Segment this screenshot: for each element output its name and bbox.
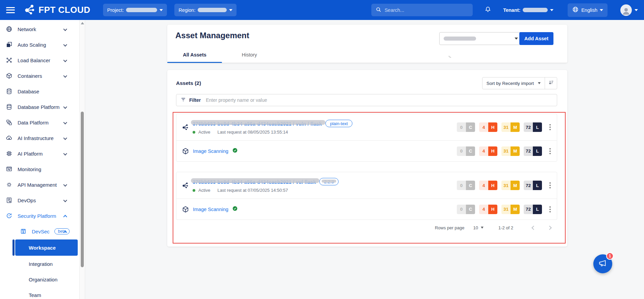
severity-badge-high: 4H	[479, 205, 497, 214]
filter-bar: Filter	[176, 94, 557, 106]
tab-all-assets[interactable]: All Assets	[167, 47, 222, 63]
project-selector[interactable]: Project:	[103, 4, 167, 16]
assets-heading: Assets (2)	[176, 80, 201, 86]
image-scanning-link[interactable]: Image Scanning	[193, 148, 228, 154]
database-platform-icon	[5, 103, 13, 111]
sidebar-item-security-platform[interactable]: Security Platform	[0, 208, 79, 224]
verified-check-icon	[232, 147, 238, 155]
sidebar-item-ai-infrastructure[interactable]: AI Infrastructure	[0, 130, 79, 146]
sort-label: Sort by Recently import	[487, 81, 534, 86]
sidebar-item-data-platform[interactable]: Data Platform	[0, 115, 79, 130]
rows-per-page-select[interactable]: 10	[473, 225, 483, 230]
sidebar-subitem-team[interactable]: Team	[0, 287, 79, 299]
row-menu-button[interactable]	[548, 181, 552, 190]
severity-letter: C	[466, 146, 475, 156]
severity-count: 72	[524, 181, 533, 190]
tab-bar: All Assets History	[167, 47, 567, 63]
scrollbar-thumb[interactable]	[81, 112, 84, 267]
asset-name-link[interactable]: 376bb653-bc8d-4b34-a56a-d434cacb2921 / v…	[193, 121, 322, 127]
sidebar-subitem-workspace[interactable]: Workspace	[15, 239, 78, 256]
status-dot	[193, 189, 195, 192]
logo-molecule-icon	[24, 3, 36, 17]
workspace-active-rail	[13, 239, 15, 256]
sidebar-item-label: Security Platform	[18, 213, 56, 219]
topbar: FPT CLOUD Project: Region:	[0, 0, 644, 20]
sidebar-item-load-balancer[interactable]: Load Balancer	[0, 52, 79, 68]
page-title: Asset Management	[175, 31, 249, 40]
cube-icon	[182, 206, 189, 213]
sidebar-item-monitoring[interactable]: Monitoring	[0, 161, 79, 177]
tab-history[interactable]: History	[222, 47, 277, 63]
sidebar-item-devops[interactable]: DevOps	[0, 192, 79, 208]
sidebar-item-containers[interactable]: Containers	[0, 68, 79, 84]
row-menu-button[interactable]	[548, 123, 552, 132]
molecule-icon	[182, 182, 189, 189]
search-input[interactable]	[385, 7, 469, 13]
chevron-down-icon	[63, 198, 67, 202]
sidebar-item-devsec[interactable]: DevSec beta	[0, 224, 79, 239]
scrollbar-up-arrow[interactable]	[81, 22, 84, 24]
asset-tag-chip: plain-text	[325, 120, 353, 127]
filter-input[interactable]	[206, 97, 553, 103]
add-asset-button[interactable]: Add Asset	[519, 32, 553, 45]
sidebar-item-api-management[interactable]: API Management	[0, 177, 79, 192]
data-platform-icon	[5, 119, 13, 126]
severity-count: 4	[479, 122, 488, 132]
notification-bell-button[interactable]	[484, 6, 492, 15]
devsec-disk-icon	[20, 228, 27, 235]
monitoring-icon	[5, 165, 13, 173]
redaction-blur-bar	[322, 180, 336, 183]
asset-name-link[interactable]: 376bb653-bc8d-4b34-a56a-d434cacb2921 / v…	[193, 179, 316, 185]
avatar-menu[interactable]	[620, 4, 638, 16]
severity-badge-medium: 31M	[501, 122, 520, 132]
sidebar-item-label: Monitoring	[18, 166, 41, 172]
severity-count: 4	[479, 181, 488, 190]
prev-page-button[interactable]	[531, 226, 536, 230]
sidebar-item-label: API Management	[18, 182, 57, 188]
chip-icon	[5, 150, 13, 157]
sidebar-item-auto-scaling[interactable]: Auto Scaling	[0, 37, 79, 52]
sidebar-subitem-organization[interactable]: Organization	[0, 272, 79, 287]
announcement-fab[interactable]: 1	[593, 254, 612, 273]
sort-order-button[interactable]	[545, 77, 557, 89]
sort-dropdown[interactable]: Sort by Recently import	[482, 77, 545, 89]
severity-count: 4	[479, 205, 488, 214]
severity-count: 0	[457, 122, 466, 132]
sidebar-subitem-integration[interactable]: Integration	[0, 256, 79, 272]
status-dot	[193, 131, 195, 134]
caret-down-icon	[538, 82, 541, 84]
sidebar-item-label: AI Platform	[18, 151, 43, 157]
row-menu-button[interactable]	[548, 205, 552, 214]
hamburger-menu-button[interactable]	[6, 7, 15, 13]
severity-count: 72	[524, 205, 533, 214]
sidebar-item-network[interactable]: Network	[0, 21, 79, 37]
search-icon	[375, 6, 381, 14]
bell-icon	[484, 6, 492, 15]
sidebar-item-ai-platform[interactable]: AI Platform	[0, 146, 79, 161]
row-menu-button[interactable]	[548, 147, 552, 156]
sidebar-item-label: AI Infrastructure	[18, 135, 54, 141]
tenant-selector[interactable]: Tenant:	[503, 7, 553, 13]
fpt-cloud-logo[interactable]: FPT CLOUD	[24, 3, 90, 17]
chevron-down-icon	[63, 136, 67, 140]
sidebar-item-database[interactable]: Database	[0, 84, 79, 99]
load-balancer-icon	[5, 56, 13, 64]
sidebar-item-label: Network	[18, 26, 36, 32]
workspace-select-dropdown[interactable]	[439, 32, 522, 45]
chevron-down-icon	[63, 105, 67, 109]
severity-letter: L	[533, 122, 542, 132]
chevron-down-icon	[63, 43, 67, 46]
asset-tag-chip: 2.2.3	[319, 178, 339, 185]
region-selector[interactable]: Region:	[174, 4, 237, 16]
status-text: Active	[198, 188, 210, 193]
severity-letter: H	[488, 122, 497, 132]
sidebar-item-database-platform[interactable]: Database Platform	[0, 99, 79, 115]
next-page-button[interactable]	[547, 226, 552, 230]
severity-badge-medium: 31M	[501, 181, 520, 190]
sidebar-item-label: Containers	[18, 73, 42, 79]
language-selector[interactable]: English	[568, 3, 608, 17]
sidebar-item-label: Auto Scaling	[18, 42, 46, 48]
severity-letter: L	[533, 205, 542, 214]
sidebar-item-label: Data Platform	[18, 120, 49, 125]
image-scanning-link[interactable]: Image Scanning	[193, 207, 228, 212]
